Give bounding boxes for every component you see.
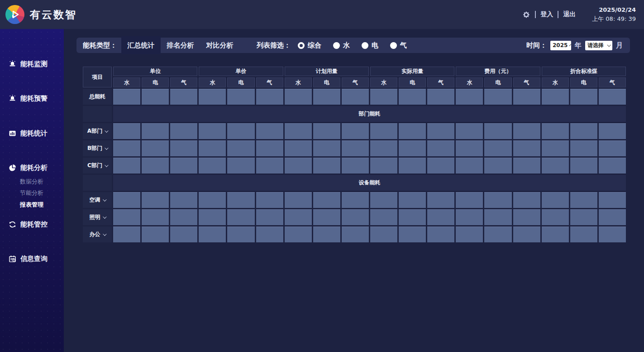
table-cell[interactable]	[399, 89, 426, 105]
table-cell[interactable]	[399, 227, 426, 242]
table-cell[interactable]	[227, 123, 254, 139]
table-cell[interactable]	[484, 209, 511, 225]
table-cell[interactable]	[227, 227, 254, 242]
table-cell[interactable]	[456, 123, 483, 139]
table-cell[interactable]	[370, 140, 397, 156]
table-cell[interactable]	[170, 123, 197, 139]
table-cell[interactable]	[285, 89, 312, 105]
tab-summary-statistics[interactable]: 汇总统计	[121, 36, 161, 54]
table-cell[interactable]	[456, 158, 483, 174]
table-cell[interactable]	[370, 192, 397, 208]
table-cell[interactable]	[113, 140, 140, 156]
table-cell[interactable]	[199, 123, 226, 139]
sidebar-subitem-saving-analysis[interactable]: 节能分析	[20, 189, 64, 197]
table-cell[interactable]	[456, 227, 483, 242]
table-cell[interactable]	[313, 89, 340, 105]
row-label[interactable]: A部门	[83, 123, 112, 139]
table-cell[interactable]	[313, 192, 340, 208]
table-cell[interactable]	[484, 192, 511, 208]
table-cell[interactable]	[256, 227, 283, 242]
table-cell[interactable]	[484, 227, 511, 242]
table-cell[interactable]	[456, 89, 483, 105]
sidebar-item-energy-control[interactable]: 能耗管控	[0, 219, 64, 229]
table-cell[interactable]	[285, 227, 312, 242]
table-cell[interactable]	[599, 140, 626, 156]
table-cell[interactable]	[427, 158, 454, 174]
row-label[interactable]: 总能耗	[83, 89, 112, 105]
table-cell[interactable]	[542, 158, 569, 174]
table-cell[interactable]	[342, 192, 369, 208]
row-label[interactable]: B部门	[83, 140, 112, 156]
table-cell[interactable]	[599, 158, 626, 174]
table-cell[interactable]	[113, 89, 140, 105]
table-cell[interactable]	[456, 140, 483, 156]
table-cell[interactable]	[256, 192, 283, 208]
table-cell[interactable]	[370, 209, 397, 225]
row-label[interactable]: 办公	[83, 227, 112, 242]
table-cell[interactable]	[256, 158, 283, 174]
table-cell[interactable]	[370, 89, 397, 105]
table-cell[interactable]	[542, 123, 569, 139]
table-cell[interactable]	[513, 89, 540, 105]
table-cell[interactable]	[227, 140, 254, 156]
table-cell[interactable]	[170, 140, 197, 156]
sidebar-item-energy-monitoring[interactable]: 能耗监测	[0, 59, 64, 69]
table-cell[interactable]	[570, 140, 597, 156]
table-cell[interactable]	[313, 140, 340, 156]
table-cell[interactable]	[542, 227, 569, 242]
table-cell[interactable]	[484, 123, 511, 139]
table-cell[interactable]	[542, 209, 569, 225]
table-cell[interactable]	[399, 123, 426, 139]
table-cell[interactable]	[256, 89, 283, 105]
gear-icon[interactable]	[522, 10, 530, 19]
tab-ranking-analysis[interactable]: 排名分析	[161, 36, 200, 54]
table-cell[interactable]	[399, 209, 426, 225]
table-cell[interactable]	[199, 209, 226, 225]
table-cell[interactable]	[427, 227, 454, 242]
row-label[interactable]: 空调	[83, 192, 112, 208]
table-cell[interactable]	[142, 192, 169, 208]
table-cell[interactable]	[599, 192, 626, 208]
table-cell[interactable]	[142, 140, 169, 156]
table-cell[interactable]	[199, 158, 226, 174]
table-cell[interactable]	[484, 158, 511, 174]
table-cell[interactable]	[427, 123, 454, 139]
table-cell[interactable]	[256, 123, 283, 139]
table-cell[interactable]	[370, 123, 397, 139]
sidebar-subitem-report-management[interactable]: 报表管理	[20, 201, 64, 209]
table-cell[interactable]	[370, 227, 397, 242]
table-cell[interactable]	[142, 227, 169, 242]
table-cell[interactable]	[227, 209, 254, 225]
table-cell[interactable]	[142, 89, 169, 105]
table-cell[interactable]	[313, 123, 340, 139]
table-cell[interactable]	[285, 209, 312, 225]
table-cell[interactable]	[256, 209, 283, 225]
table-cell[interactable]	[542, 192, 569, 208]
table-cell[interactable]	[113, 158, 140, 174]
table-cell[interactable]	[513, 227, 540, 242]
table-cell[interactable]	[170, 227, 197, 242]
table-cell[interactable]	[313, 227, 340, 242]
table-cell[interactable]	[570, 158, 597, 174]
table-cell[interactable]	[199, 227, 226, 242]
table-cell[interactable]	[142, 209, 169, 225]
table-cell[interactable]	[170, 192, 197, 208]
table-cell[interactable]	[513, 123, 540, 139]
table-cell[interactable]	[570, 89, 597, 105]
table-cell[interactable]	[542, 89, 569, 105]
row-label[interactable]: 照明	[83, 209, 112, 225]
table-cell[interactable]	[427, 89, 454, 105]
table-cell[interactable]	[313, 209, 340, 225]
login-link[interactable]: 登入	[540, 10, 553, 19]
table-cell[interactable]	[342, 89, 369, 105]
table-cell[interactable]	[399, 140, 426, 156]
sidebar-item-info-query[interactable]: 信息查询	[0, 254, 64, 264]
table-cell[interactable]	[285, 192, 312, 208]
table-cell[interactable]	[570, 227, 597, 242]
table-cell[interactable]	[399, 158, 426, 174]
table-cell[interactable]	[113, 209, 140, 225]
table-cell[interactable]	[256, 140, 283, 156]
table-cell[interactable]	[170, 89, 197, 105]
table-cell[interactable]	[170, 209, 197, 225]
sidebar-subitem-data-analysis[interactable]: 数据分析	[20, 178, 64, 186]
